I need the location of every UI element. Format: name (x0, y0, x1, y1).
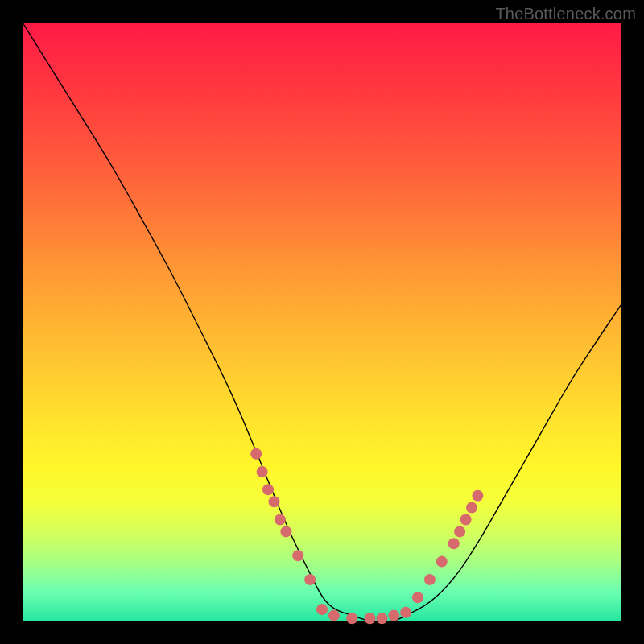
marker-dot (400, 607, 411, 618)
marker-dot (376, 613, 387, 624)
marker-dot (448, 538, 460, 549)
marker-dot (328, 610, 340, 621)
marker-dot (365, 613, 376, 624)
marker-dot (460, 514, 472, 526)
marker-dots-group (250, 448, 483, 625)
marker-dot (280, 526, 291, 537)
marker-dot (472, 490, 483, 502)
marker-dot (257, 466, 268, 477)
marker-dot (436, 556, 448, 568)
marker-dot (466, 502, 477, 514)
marker-dot (275, 514, 286, 526)
bottleneck-curve (23, 23, 621, 621)
marker-dot (424, 574, 436, 585)
marker-dot (346, 613, 357, 624)
marker-dot (388, 610, 399, 621)
marker-dot (292, 550, 303, 561)
marker-dot (269, 496, 280, 507)
marker-dot (412, 592, 423, 603)
marker-dot (304, 574, 316, 585)
marker-dot (250, 448, 262, 460)
gradient-plot-area (23, 23, 621, 621)
marker-dot (454, 526, 465, 537)
watermark-label: TheBottleneck.com (495, 5, 636, 23)
marker-dot (262, 484, 274, 495)
chart-svg (23, 23, 621, 621)
marker-dot (316, 604, 328, 615)
